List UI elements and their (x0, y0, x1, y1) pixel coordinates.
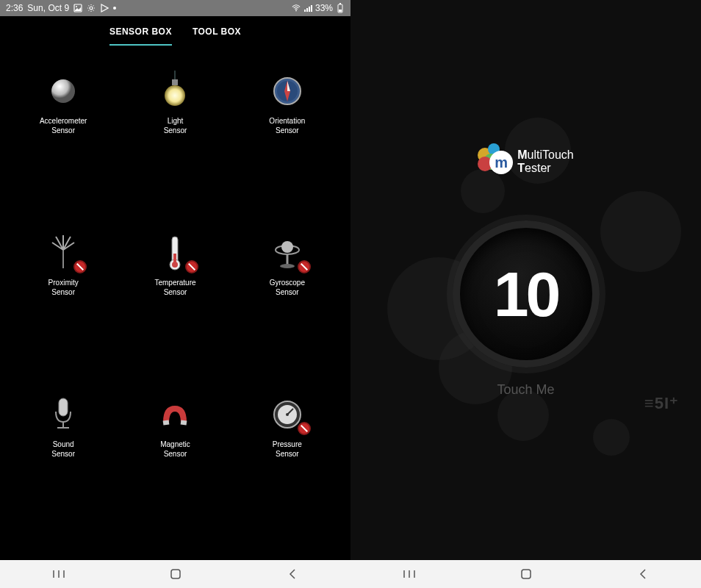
more-dot-icon (113, 7, 116, 10)
svg-rect-37 (171, 570, 180, 578)
app-logo: m MultiTouch Tester (478, 143, 573, 180)
svg-rect-25 (59, 398, 68, 416)
multitouch-content[interactable]: m MultiTouch Tester 10 Touch Me ≡5I⁺ (350, 0, 701, 560)
disabled-badge-icon (73, 260, 87, 273)
battery-percent: 33% (315, 3, 333, 13)
status-date: Sun, Oct 9 (27, 3, 69, 13)
nav-home-button[interactable] (161, 567, 190, 581)
nav-home-button[interactable] (511, 567, 541, 581)
sensor-label: Orientation Sensor (269, 116, 305, 135)
sensor-orientation[interactable]: Orientation Sensor (231, 56, 343, 218)
svg-rect-9 (339, 3, 341, 4)
disabled-badge-icon (185, 260, 198, 273)
svg-point-11 (51, 79, 75, 103)
nav-bar-left (0, 560, 350, 588)
sensor-temperature[interactable]: Temperature Sensor (119, 218, 231, 379)
disabled-badge-icon (298, 260, 311, 273)
svg-point-14 (165, 85, 185, 106)
nav-recent-button[interactable] (395, 567, 424, 581)
sensor-label: Light Sensor (164, 116, 187, 135)
svg-rect-28 (163, 420, 170, 425)
magnet-icon (154, 394, 195, 435)
svg-point-24 (280, 264, 295, 268)
ball-icon (43, 71, 84, 112)
sensor-app-screen: 2:36 Sun, Oct 9 33% (0, 0, 350, 588)
gyro-icon (267, 232, 308, 273)
nav-back-button[interactable] (278, 567, 307, 581)
svg-rect-13 (172, 79, 178, 85)
app-title: MultiTouch Tester (517, 148, 573, 174)
sensor-light[interactable]: Light Sensor (119, 56, 231, 218)
bulb-icon (154, 71, 195, 112)
sensor-label: Temperature Sensor (154, 278, 195, 297)
svg-point-22 (281, 241, 293, 253)
sensor-label: Accelerometer Sensor (40, 116, 87, 135)
sensor-label: Sound Sensor (51, 440, 75, 459)
svg-rect-10 (339, 10, 342, 12)
sensor-accelerometer[interactable]: Accelerometer Sensor (7, 56, 119, 218)
thermometer-icon (154, 232, 195, 273)
status-bar: 2:36 Sun, Oct 9 33% (0, 0, 350, 16)
sensor-gyroscope[interactable]: Gyroscope Sensor (231, 218, 343, 379)
touch-count: 10 (494, 258, 558, 331)
svg-point-3 (295, 10, 297, 12)
mic-icon (43, 394, 84, 435)
settings-icon (87, 4, 96, 12)
gauge-icon (267, 394, 308, 435)
nav-recent-button[interactable] (44, 567, 73, 581)
svg-rect-6 (309, 7, 310, 12)
sensor-magnetic[interactable]: Magnetic Sensor (119, 379, 231, 541)
wifi-icon (292, 4, 301, 12)
svg-rect-41 (522, 570, 531, 578)
multitouch-app-screen: m MultiTouch Tester 10 Touch Me ≡5I⁺ (350, 0, 701, 588)
signal-icon (303, 4, 312, 12)
sensor-label: Pressure Sensor (273, 440, 302, 459)
disabled-badge-icon (298, 422, 311, 435)
logo-icon: m (478, 143, 514, 180)
image-icon (73, 4, 82, 12)
touch-counter-button[interactable]: 10 (453, 220, 600, 368)
sensor-pressure[interactable]: Pressure Sensor (231, 379, 343, 541)
svg-point-1 (76, 6, 77, 7)
sensor-proximity[interactable]: Proximity Sensor (7, 218, 119, 379)
brand-mark: ≡5I⁺ (644, 394, 679, 413)
sensor-label: Gyroscope Sensor (270, 278, 305, 297)
sensor-grid: Accelerometer Sensor Light Sensor Orient… (0, 56, 350, 541)
flower-icon (43, 232, 84, 273)
svg-rect-29 (181, 420, 187, 425)
sensor-label: Magnetic Sensor (160, 440, 190, 459)
tab-tool-box[interactable]: TOOL BOX (193, 26, 241, 46)
tab-bar: SENSOR BOX TOOL BOX (0, 16, 350, 56)
touch-me-label: Touch Me (497, 382, 554, 398)
play-icon (100, 4, 109, 12)
nav-back-button[interactable] (628, 567, 658, 581)
battery-icon (336, 4, 345, 12)
svg-point-20 (172, 262, 178, 268)
compass-icon (267, 71, 308, 112)
status-time: 2:36 (6, 3, 23, 13)
sensor-label: Proximity Sensor (48, 278, 79, 297)
sensor-sound[interactable]: Sound Sensor (7, 379, 119, 541)
svg-point-33 (286, 413, 289, 416)
svg-point-2 (90, 7, 93, 10)
tab-sensor-box[interactable]: SENSOR BOX (109, 26, 172, 46)
svg-rect-5 (306, 8, 308, 12)
svg-rect-4 (304, 10, 306, 12)
nav-bar-right (350, 560, 701, 588)
svg-rect-7 (311, 5, 312, 12)
